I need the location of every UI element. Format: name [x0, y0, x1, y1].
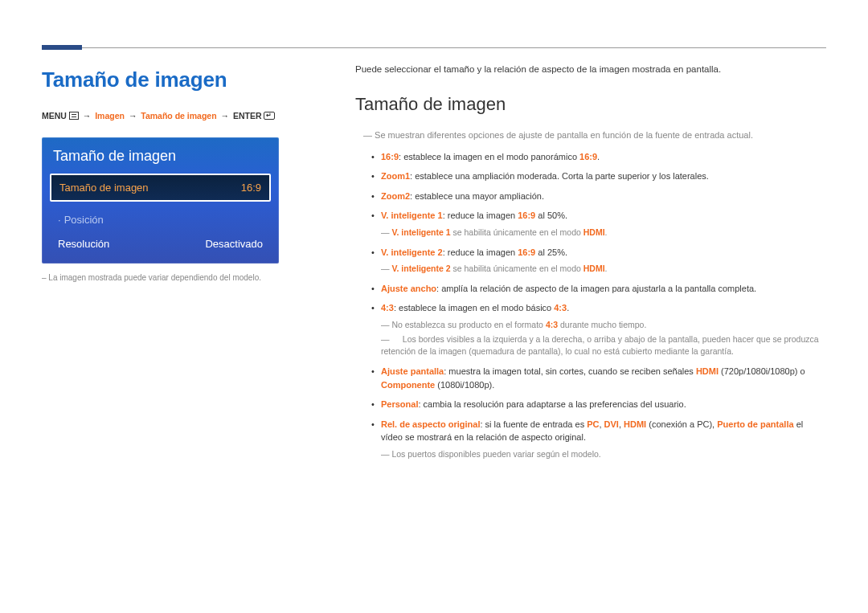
- osd-resolucion-label: Resolución: [58, 236, 109, 252]
- enter-icon: [264, 112, 275, 120]
- osd-selected-value: 16:9: [241, 180, 261, 196]
- opt-4-3-note2: ― Los bordes visibles a la izquierda y a…: [381, 333, 826, 359]
- opt-zoom2: Zoom2: establece una mayor ampliación.: [371, 190, 826, 210]
- breadcrumb: MENU → Imagen → Tamaño de imagen → ENTER: [42, 110, 307, 123]
- breadcrumb-imagen: Imagen: [95, 111, 125, 121]
- opt-ajuste-pantalla: Ajuste pantalla: muestra la imagen total…: [371, 365, 826, 398]
- opt-vint2: V. inteligente 2: reduce la imagen 16:9 …: [371, 246, 826, 282]
- opt-rel-aspecto: Rel. de aspecto original: si la fuente d…: [371, 418, 826, 468]
- section-heading: Tamaño de imagen: [355, 91, 826, 117]
- osd-posicion-label: Posición: [64, 214, 104, 226]
- osd-selected-row[interactable]: Tamaño de imagen 16:9: [50, 174, 271, 202]
- header-accent: [42, 45, 82, 50]
- osd-title: Tamaño de imagen: [42, 137, 279, 174]
- menu-icon: [69, 112, 79, 120]
- opt-ajuste-ancho: Ajuste ancho: amplía la relación de aspe…: [371, 282, 826, 302]
- section-note: Se muestran diferentes opciones de ajust…: [363, 129, 826, 142]
- opt-rel-note: Los puertos disponibles pueden variar se…: [381, 448, 826, 461]
- opt-vint1-note: V. inteligente 1 se habilita únicamente …: [381, 227, 826, 239]
- intro-text: Puede seleccionar el tamaño y la relació…: [355, 63, 826, 76]
- breadcrumb-menu: MENU: [42, 111, 67, 121]
- opt-16-9: 16:9: establece la imagen en el modo pan…: [371, 150, 826, 170]
- opt-4-3-note1: No establezca su producto en el formato …: [381, 319, 826, 332]
- opt-vint1: V. inteligente 1: reduce la imagen 16:9 …: [371, 209, 826, 245]
- osd-selected-label: Tamaño de imagen: [59, 180, 149, 196]
- header-rule: [42, 27, 826, 48]
- breadcrumb-tamano: Tamaño de imagen: [141, 111, 216, 121]
- opt-personal: Personal: cambia la resolución para adap…: [371, 398, 826, 418]
- osd-panel: Tamaño de imagen Tamaño de imagen 16:9 ·…: [42, 137, 279, 264]
- opt-4-3: 4:3: establece la imagen en el modo bási…: [371, 301, 826, 365]
- options-list: 16:9: establece la imagen en el modo pan…: [355, 150, 826, 468]
- osd-row-posicion[interactable]: ·Posición: [42, 208, 279, 232]
- left-footnote: La imagen mostrada puede variar dependie…: [42, 272, 307, 284]
- osd-resolucion-value: Desactivado: [205, 236, 263, 252]
- opt-zoom1: Zoom1: establece una ampliación moderada…: [371, 170, 826, 190]
- page-title: Tamaño de imagen: [42, 64, 307, 96]
- breadcrumb-enter: ENTER: [233, 111, 262, 121]
- opt-vint2-note: V. inteligente 2 se habilita únicamente …: [381, 263, 826, 276]
- osd-row-resolucion[interactable]: Resolución Desactivado: [42, 232, 279, 256]
